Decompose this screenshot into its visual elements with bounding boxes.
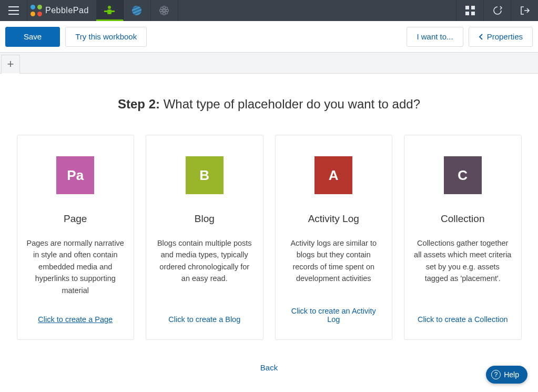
step-heading: Step 2: What type of placeholder do you … [17,97,522,112]
svg-point-0 [108,6,111,9]
card-activity-log[interactable]: A Activity Log Activity logs are similar… [275,135,393,340]
card-blog-cta[interactable]: Click to create a Blog [168,315,240,324]
placeholder-type-grid: Pa Page Pages are normally narrative in … [17,135,522,340]
apps-grid-icon [465,6,475,15]
action-toolbar: Save Try this workbook I want to... Prop… [0,21,538,53]
card-collection[interactable]: C Collection Collections gather together… [404,135,522,340]
brand[interactable]: PebblePad [27,0,96,21]
brand-name: PebblePad [45,6,89,15]
apps-grid-button[interactable] [456,0,483,21]
card-activity-log-badge: A [314,156,352,194]
card-collection-badge: C [444,156,482,194]
top-navbar: PebblePad [0,0,538,21]
card-collection-desc: Collections gather together all assets w… [414,237,512,307]
try-workbook-button[interactable]: Try this workbook [65,27,147,47]
nav-flower-tab[interactable] [151,0,178,21]
card-blog-badge: B [186,156,224,194]
nav-person-tab[interactable] [96,0,124,21]
refresh-button[interactable] [483,0,511,21]
logout-icon [520,5,530,16]
card-blog-desc: Blogs contain multiple posts and media t… [156,237,253,307]
card-activity-log-cta[interactable]: Click to create an Activity Log [285,307,383,324]
properties-label: Properties [487,32,523,41]
plus-icon: + [7,57,14,71]
svg-rect-17 [471,12,475,15]
step-label: Step 2: [118,97,160,111]
striped-circle-icon [131,5,142,16]
refresh-icon [492,5,503,16]
card-page[interactable]: Pa Page Pages are normally narrative in … [17,135,135,340]
svg-point-10 [161,7,164,9]
save-button[interactable]: Save [5,27,60,47]
help-label: Help [504,370,519,379]
chevron-left-icon [479,34,484,40]
card-page-cta[interactable]: Click to create a Page [38,315,113,324]
svg-point-12 [161,12,164,14]
svg-rect-15 [471,6,475,9]
properties-button[interactable]: Properties [469,27,533,47]
card-blog-title: Blog [195,213,215,225]
burger-menu[interactable] [0,0,27,21]
card-collection-title: Collection [441,213,484,225]
card-page-title: Page [64,213,87,225]
nav-globe-tab[interactable] [124,0,151,21]
card-blog[interactable]: B Blog Blogs contain multiple posts and … [146,135,263,340]
step-question: What type of placeholder do you want to … [164,97,420,111]
brand-logo-icon [31,5,42,16]
card-activity-log-desc: Activity logs are similar to blogs but t… [285,237,383,298]
svg-point-5 [163,9,165,12]
svg-rect-16 [465,12,469,15]
flower-icon [159,5,169,16]
hamburger-icon [8,6,19,15]
tab-strip: + [0,53,538,74]
main-scroll-area[interactable]: Step 2: What type of placeholder do you … [0,74,538,392]
i-want-to-button[interactable]: I want to... [407,27,463,47]
help-icon: ? [491,370,501,379]
back-link[interactable]: Back [17,363,522,372]
svg-rect-2 [104,11,115,12]
card-activity-log-title: Activity Log [308,213,359,225]
card-page-desc: Pages are normally narrative in style an… [27,237,125,307]
add-tab-button[interactable]: + [1,55,20,74]
svg-rect-14 [465,6,469,9]
person-icon [104,5,115,15]
svg-point-11 [165,7,168,9]
svg-point-13 [165,12,168,14]
logout-button[interactable] [511,0,538,21]
card-collection-cta[interactable]: Click to create a Collection [418,315,508,324]
card-page-badge: Pa [56,156,94,194]
help-button[interactable]: ? Help [486,366,527,384]
